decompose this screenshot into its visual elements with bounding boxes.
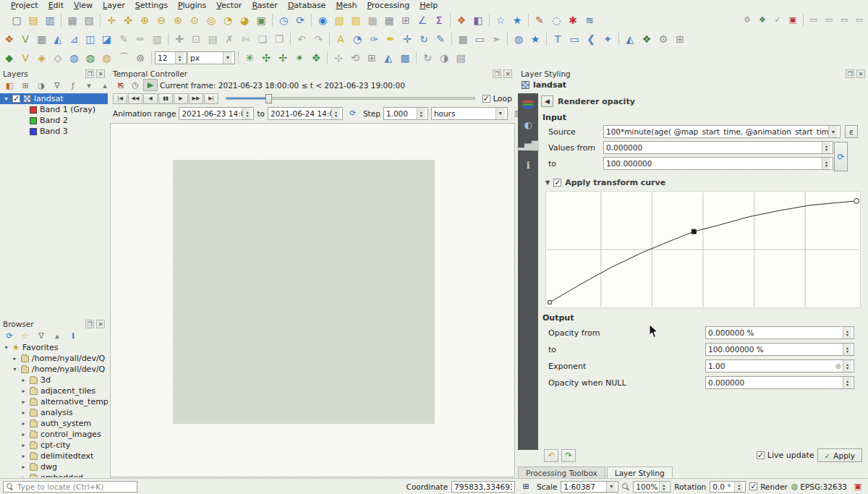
annotation-toolbar-icon[interactable]: ✎: [532, 12, 548, 28]
add-group-icon[interactable]: ⊞: [18, 80, 33, 92]
opacity-from-input[interactable]: 0.000000 % ▴▾: [705, 326, 854, 339]
highlight-labels-icon[interactable]: ✒: [383, 31, 399, 47]
add-wfs-layer-icon[interactable]: ◍: [82, 50, 98, 66]
play-backward-icon[interactable]: ◀: [143, 93, 158, 104]
refresh-browser-icon[interactable]: ⟳: [2, 330, 17, 342]
apply-button[interactable]: ✓ Apply: [817, 448, 862, 462]
browser-item-3d[interactable]: ▸3d: [0, 375, 108, 386]
new-temporary-scratch-layer-icon[interactable]: ◇: [50, 50, 65, 66]
topology-checker-icon[interactable]: ✓: [770, 14, 785, 26]
chevron-down-icon[interactable]: ▾: [495, 108, 505, 119]
window-cascade-icon[interactable]: ▭: [822, 14, 836, 26]
animated-navigation-icon[interactable]: ▶: [143, 79, 158, 91]
open-data-source-manager-icon[interactable]: ❖: [1, 31, 17, 47]
layer-metadata-icon[interactable]: ℹ: [520, 157, 536, 173]
grass-tools-icon[interactable]: ❖: [755, 14, 770, 26]
fast-forward-icon[interactable]: ▶▶: [189, 93, 203, 104]
open-layer-styling-panel-icon[interactable]: ◧: [2, 80, 17, 92]
spin-buttons-icon[interactable]: ▴▾: [822, 142, 830, 153]
undock-panel-icon[interactable]: ❐: [493, 69, 501, 78]
unit-combo[interactable]: px ▾: [187, 51, 235, 64]
range-start-input[interactable]: 2021-06-23 14:00:00 ▴▾: [179, 107, 254, 120]
pin-labels-icon[interactable]: ✑: [366, 31, 382, 47]
map-rotation-tool-icon[interactable]: ↻: [420, 50, 435, 66]
vertex-tool-icon[interactable]: ⊡: [188, 31, 204, 47]
expander-icon[interactable]: ▾: [3, 95, 9, 102]
undock-panel-icon[interactable]: ❐: [85, 320, 94, 328]
spin-buttons-icon[interactable]: ▴▾: [843, 327, 851, 338]
skip-to-end-icon[interactable]: ▶|: [204, 93, 218, 104]
magnifier-input[interactable]: 100% ▴▾: [633, 481, 671, 493]
add-feature-icon[interactable]: ✚: [171, 31, 187, 47]
close-panel-icon[interactable]: ✕: [856, 69, 865, 78]
browser-item-home-nyall-dev-q[interactable]: ▸/home/nyall/dev/Q: [0, 353, 108, 364]
temporal-controller-panel-icon[interactable]: ◷: [276, 12, 292, 28]
new-print-layout-icon[interactable]: ▦: [64, 12, 80, 28]
add-favorite-icon[interactable]: ☆: [18, 330, 33, 342]
menu-layer[interactable]: Layer: [98, 0, 130, 11]
menu-help[interactable]: Help: [414, 0, 443, 11]
trace-digitizing-icon[interactable]: ✴: [292, 50, 307, 66]
decoration-grid-icon[interactable]: ▦: [455, 31, 471, 47]
time-slider-handle[interactable]: [265, 94, 272, 103]
expander-icon[interactable]: ▸: [20, 442, 27, 448]
new-spatial-bookmark-icon[interactable]: ★: [527, 31, 543, 47]
spin-buttons-icon[interactable]: ▴▾: [843, 377, 851, 388]
expander-icon[interactable]: ▸: [12, 355, 18, 362]
zoom-next-icon[interactable]: ◕: [237, 12, 252, 28]
spin-buttons-icon[interactable]: ▴▾: [417, 108, 425, 119]
paste-features-icon[interactable]: ❐: [271, 31, 287, 47]
new-bookmark-icon[interactable]: ☆: [493, 12, 509, 28]
decoration-north-arrow-icon[interactable]: ➣: [488, 31, 504, 47]
copy-features-icon[interactable]: ❏: [255, 31, 271, 47]
histogram-icon[interactable]: ▂▅▇: [520, 137, 536, 153]
data-source-manager-icon[interactable]: ❖: [454, 12, 469, 28]
decoration-scalebar-icon[interactable]: ▭: [472, 31, 488, 47]
tab-processing-toolbox[interactable]: Processing Toolbox: [518, 467, 605, 478]
add-wcs-layer-icon[interactable]: ◍: [99, 50, 114, 66]
expression-builder-button[interactable]: ε: [845, 125, 858, 138]
toggle-extents-icon[interactable]: ⊞: [519, 480, 533, 493]
zoom-last-icon[interactable]: ◔: [220, 12, 236, 28]
mesh-calculator-icon[interactable]: ◭: [380, 50, 396, 66]
loop-checkbox-box[interactable]: [482, 95, 490, 103]
clear-value-icon[interactable]: ⊗: [834, 362, 843, 370]
rotation-input[interactable]: 0.0 ° ▴▾: [710, 481, 746, 493]
new-geopackage-layer-icon[interactable]: ◆: [1, 50, 17, 66]
curve-control-point[interactable]: [692, 229, 696, 234]
menu-view[interactable]: View: [69, 0, 98, 11]
spin-buttons-icon[interactable]: ▴▾: [734, 482, 743, 492]
menu-raster[interactable]: Raster: [247, 0, 282, 11]
undock-panel-icon[interactable]: ❐: [85, 69, 94, 78]
save-layer-edits-icon[interactable]: ▥: [149, 31, 165, 47]
temporal-navigation-off-icon[interactable]: ✕: [113, 79, 127, 91]
layout-manager-icon[interactable]: ▧: [81, 12, 97, 28]
statistical-summary-icon[interactable]: Σ: [431, 12, 447, 28]
menu-processing[interactable]: Processing: [362, 0, 414, 11]
back-button[interactable]: ◀: [541, 95, 553, 107]
raster-calculator-icon[interactable]: ▦: [397, 50, 413, 66]
current-edits-icon[interactable]: ✎: [116, 31, 132, 47]
browser-item-dwg[interactable]: ▸dwg: [0, 461, 108, 472]
georeferencer-icon[interactable]: ⊹: [331, 50, 346, 66]
new-project-icon[interactable]: ▢: [9, 12, 25, 28]
html-annotation-icon[interactable]: ❮: [583, 31, 599, 47]
expander-icon[interactable]: ▸: [20, 474, 27, 477]
skip-to-start-icon[interactable]: |◀: [113, 93, 127, 104]
source-expression-input[interactable]: 100*minute(age( @map_start_time, @animat…: [603, 125, 841, 138]
render-checkbox[interactable]: Render: [749, 482, 787, 491]
spin-buttons-icon[interactable]: ▴▾: [242, 108, 251, 119]
chevron-down-icon[interactable]: ▾: [828, 126, 838, 137]
check-geometries-icon[interactable]: ✳: [242, 50, 258, 66]
add-wms-layer-icon[interactable]: ◍: [67, 50, 82, 66]
browser-item-home-nyall-dev-q[interactable]: ▾/home/nyall/dev/Q: [0, 364, 108, 375]
redo-icon[interactable]: ↷: [310, 31, 326, 47]
toggle-editing-icon[interactable]: ✏: [132, 31, 148, 47]
select-features-icon[interactable]: ▧: [331, 12, 347, 28]
window-close-all-icon[interactable]: ▭: [837, 14, 851, 26]
spin-buttons-icon[interactable]: ▴▾: [175, 52, 184, 64]
fixed-range-navigation-icon[interactable]: ◷: [128, 79, 142, 91]
refresh-range-icon[interactable]: ⟳: [346, 107, 360, 119]
new-map-view-icon[interactable]: ▣: [253, 12, 269, 28]
expander-icon[interactable]: ▸: [20, 377, 27, 383]
